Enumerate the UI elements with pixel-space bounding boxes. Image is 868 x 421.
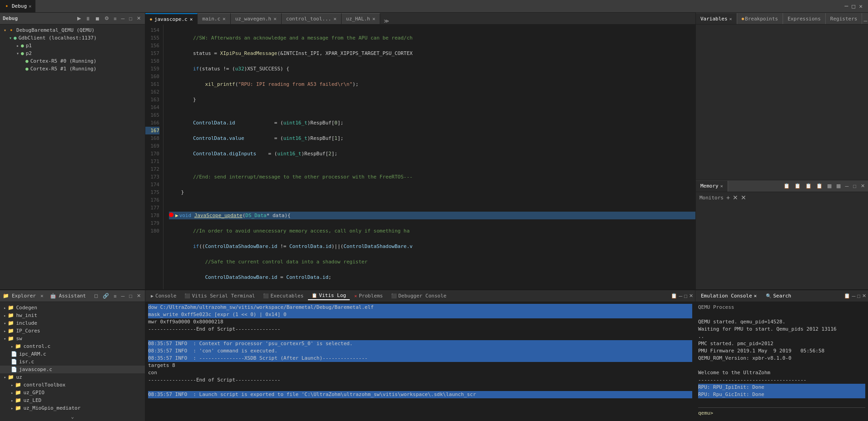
explorer-link[interactable]: 🔗: [101, 292, 110, 299]
tree-item-gdbclient[interactable]: ▾ ● GdbClient (localhost:1137): [0, 34, 145, 42]
explorer-item-uzgpio[interactable]: ▸ 📁 uz_GPIO: [0, 389, 145, 396]
tab-main-close[interactable]: ✕: [223, 16, 226, 22]
tab-executables[interactable]: ⬛ Executables: [259, 292, 307, 300]
tab-hal-close[interactable]: ✕: [372, 16, 376, 22]
tab-javascope[interactable]: ● javascope.c ✕: [145, 13, 198, 24]
memory-maximize[interactable]: □: [852, 183, 858, 189]
memory-tool1[interactable]: 📋: [782, 183, 791, 189]
window-minimize[interactable]: ─: [845, 3, 848, 10]
window-maximize[interactable]: □: [852, 3, 855, 10]
tab-search[interactable]: 🔍 Search: [762, 292, 795, 300]
explorer-item-codegen[interactable]: ▸ 📁 Codegen: [0, 304, 145, 312]
tree-item-p2[interactable]: ▾ ● p2: [0, 50, 145, 57]
debug-minimize-btn[interactable]: ─: [120, 15, 126, 22]
emu-input[interactable]: [715, 411, 865, 416]
debug-suspend-btn[interactable]: ⏸: [84, 15, 92, 22]
tab-vitis-serial[interactable]: ⬛ Vitis Serial Terminal: [181, 292, 258, 300]
debug-tab[interactable]: 🔸 Debug ✕: [0, 0, 35, 12]
codegen-label: Codegen: [16, 305, 37, 311]
debug-close-btn[interactable]: ✕: [135, 15, 142, 22]
tab-main[interactable]: main.c ✕: [198, 13, 230, 24]
explorer-item-controltoolbox[interactable]: ▸ 📁 controlToolbox: [0, 381, 145, 389]
tab-wavegen-close[interactable]: ✕: [273, 16, 277, 22]
tab-memory[interactable]: Memory ✕: [696, 181, 728, 192]
memory-close[interactable]: ✕: [859, 183, 866, 189]
p1-icon: ●: [21, 43, 24, 49]
explorer-item-uz[interactable]: ▾ 📁 uz: [0, 373, 145, 381]
monitors-add[interactable]: +: [726, 194, 730, 201]
tab-control-close[interactable]: ✕: [333, 16, 337, 22]
emu-tool1[interactable]: 📋: [844, 293, 850, 299]
uz-icon: 📁: [8, 374, 14, 380]
explorer-filter[interactable]: ≡: [112, 292, 118, 299]
console-content[interactable]: dow C:/UltraZohm/ultrazohm_sw/vitis/work…: [145, 302, 695, 421]
emu-minimize[interactable]: ─: [852, 293, 856, 299]
tab-hal[interactable]: uz_HAL.h ✕: [342, 13, 381, 24]
tree-item-core1[interactable]: ● Cortex-R5 #1 (Running): [0, 65, 145, 73]
memory-tool6[interactable]: ▦: [835, 183, 842, 189]
memory-minimize[interactable]: ─: [844, 183, 850, 189]
explorer-header: 📁 Explorer ✕ 🤖 Assistant ◻ 🔗 ≡ ─ □ ✕: [0, 290, 145, 302]
tab-variables-close[interactable]: ✕: [729, 16, 732, 21]
tree-item-core0[interactable]: ● Cortex-R5 #0 (Running): [0, 57, 145, 65]
console-close[interactable]: ✕: [689, 293, 693, 299]
tab-expressions[interactable]: Expressions: [783, 13, 826, 24]
debug-tab-close[interactable]: ✕: [29, 4, 31, 9]
window-close[interactable]: ✕: [859, 3, 863, 10]
explorer-item-uzmiogpio[interactable]: ▸ 📁 uz_MioGpio_mediator: [0, 404, 145, 412]
tab-debugger-console[interactable]: ⬛ Debugger Console: [387, 292, 450, 300]
debug-settings-btn[interactable]: ⚙: [103, 15, 110, 22]
tab-control[interactable]: control_tool... ✕: [282, 13, 342, 24]
code-content[interactable]: //SW: Afterwards an acknowledge and a me…: [164, 25, 695, 289]
debug-view-menu-btn[interactable]: ≡: [112, 15, 118, 22]
emu-close[interactable]: ✕: [862, 293, 866, 299]
explorer-maximize[interactable]: □: [128, 292, 134, 299]
tab-emulation-close[interactable]: ✕: [754, 293, 757, 299]
memory-tool3[interactable]: 📋: [804, 183, 813, 189]
tab-problems[interactable]: ✕ Problems: [351, 292, 387, 300]
more-tabs-btn[interactable]: ≫: [380, 18, 393, 24]
tab-memory-close[interactable]: ✕: [720, 183, 723, 188]
debug-tree: ▾ 🔸 DebugBaremetal_QEMU (QEMU) ▾ ● GdbCl…: [0, 25, 145, 289]
tab-emulation-console[interactable]: Emulation Console ✕: [697, 292, 760, 300]
explorer-item-hwinit[interactable]: ▸ 📁 hw_init: [0, 312, 145, 319]
console-tool1[interactable]: 📋: [671, 293, 677, 299]
monitors-remove[interactable]: ✕: [741, 194, 746, 201]
explorer-item-ipcarm[interactable]: 📄 ipc_ARM.c: [0, 350, 145, 358]
tab-registers[interactable]: Registers: [826, 13, 863, 24]
explorer-item-uzled[interactable]: ▸ 📁 uz_LED: [0, 396, 145, 404]
console-minimize[interactable]: ─: [679, 293, 683, 299]
memory-tool2[interactable]: 📋: [793, 183, 802, 189]
emulation-content[interactable]: QEMU Process QEMU started. qemu_pid=1452…: [695, 302, 868, 421]
tree-item-p1[interactable]: ▸ ● p1: [0, 42, 145, 50]
explorer-item-isr[interactable]: 📄 isr.c: [0, 358, 145, 366]
explorer-collapse[interactable]: ◻: [93, 292, 99, 299]
tab-javascope-close[interactable]: ✕: [190, 16, 193, 22]
debug-maximize-btn[interactable]: □: [128, 15, 134, 22]
console-maximize[interactable]: □: [684, 293, 687, 299]
explorer-close[interactable]: ✕: [40, 293, 44, 299]
explorer-item-ipcores[interactable]: ▸ 📁 IP_Cores: [0, 327, 145, 335]
explorer-item-javascope[interactable]: 📄 javascope.c: [0, 366, 145, 373]
memory-tool5[interactable]: ▦: [826, 183, 833, 189]
debug-resume-btn[interactable]: ▶: [76, 15, 82, 22]
tab-console[interactable]: ▶ Console: [147, 292, 180, 300]
explorer-item-include[interactable]: ▾ 📁 include: [0, 319, 145, 327]
emu-line-12: RPU: Rpu_GicInit: Done: [698, 391, 865, 398]
vars-minimize[interactable]: ─: [862, 18, 868, 24]
console-toolbar: 📋 ─ □ ✕: [671, 293, 693, 299]
tab-variables[interactable]: Variables ✕: [696, 13, 737, 24]
emu-maximize[interactable]: □: [857, 293, 860, 299]
tab-vitis-log[interactable]: 📋 Vitis Log: [308, 292, 350, 300]
memory-tool4[interactable]: 📋: [815, 183, 824, 189]
explorer-close-btn[interactable]: ✕: [135, 292, 142, 299]
monitors-remove-all[interactable]: ✕: [733, 194, 738, 201]
tree-item-session[interactable]: ▾ 🔸 DebugBaremetal_QEMU (QEMU): [0, 26, 145, 34]
tab-breakpoints[interactable]: ● Breakpoints: [737, 13, 783, 24]
emulation-tabs: Emulation Console ✕ 🔍 Search 📋 ─ □ ✕: [695, 290, 868, 302]
debug-stop-btn[interactable]: ⏹: [94, 15, 101, 22]
explorer-minimize[interactable]: ─: [120, 292, 126, 299]
explorer-item-controlc[interactable]: ▸ 📁 control.c: [0, 342, 145, 350]
tab-wavegen[interactable]: uz_wavegen.h ✕: [231, 13, 282, 24]
explorer-item-sw[interactable]: ▾ 📁 sw: [0, 335, 145, 342]
